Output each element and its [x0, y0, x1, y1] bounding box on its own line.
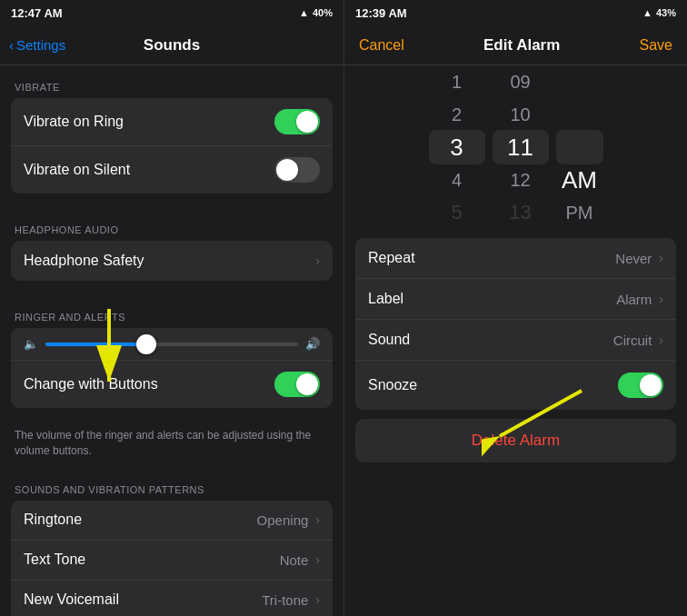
ringtone-label: Ringtone — [24, 512, 82, 528]
vibrate-ring-row[interactable]: Vibrate on Ring — [11, 98, 333, 146]
minute-item-12[interactable]: 12 — [489, 164, 553, 196]
volume-note: The volume of the ringer and alerts can … — [0, 422, 344, 468]
right-time: 12:39 AM — [355, 6, 407, 20]
left-time: 12:47 AM — [11, 6, 63, 20]
new-voicemail-value: Tri-tone › — [262, 592, 320, 608]
alarm-options-group: Repeat Never › Label Alarm › Sound — [355, 238, 676, 410]
volume-slider-track[interactable] — [45, 343, 298, 346]
vibrate-section-header: VIBRATE — [0, 65, 344, 98]
right-status-bar: 12:39 AM ▲ 43% — [344, 0, 687, 25]
snooze-toggle[interactable] — [618, 373, 663, 398]
ringtone-chevron: › — [315, 512, 320, 527]
minute-item-13[interactable]: 13 — [489, 196, 553, 229]
time-picker[interactable]: 12 1 2 3 4 5 6 08 09 10 11 12 13 — [344, 65, 687, 229]
back-button[interactable]: ‹ Settings — [9, 37, 65, 53]
alarm-label-value-text: Alarm — [616, 292, 652, 307]
sound-row[interactable]: Sound Circuit › — [355, 320, 676, 361]
change-buttons-knob — [296, 373, 318, 395]
vibrate-silent-row[interactable]: Vibrate on Silent — [11, 146, 333, 194]
wifi-icon: ▲ — [299, 7, 309, 18]
new-voicemail-row[interactable]: New Voicemail Tri-tone › — [11, 581, 333, 616]
change-buttons-row[interactable]: Change with Buttons — [11, 361, 333, 408]
patterns-section-header: SOUNDS AND VIBRATION PATTERNS — [0, 468, 344, 501]
headphone-section-header: HEADPHONE AUDIO — [0, 208, 344, 241]
left-panel: 12:47 AM ▲ 40% ‹ Settings Sounds VIBRATE… — [0, 0, 344, 616]
right-wifi-icon: ▲ — [642, 7, 652, 18]
volume-low-icon: 🔈 — [24, 337, 38, 351]
headphone-safety-label: Headphone Safety — [24, 253, 144, 269]
left-nav-title: Sounds — [144, 36, 200, 55]
picker-columns: 12 1 2 3 4 5 6 08 09 10 11 12 13 — [425, 65, 607, 229]
snooze-label: Snooze — [368, 377, 417, 393]
delete-alarm-button[interactable]: Delete Alarm — [355, 419, 676, 462]
vibrate-silent-toggle-knob — [276, 159, 298, 181]
volume-slider-fill — [45, 343, 146, 346]
delete-section: Delete Alarm — [355, 419, 676, 462]
alarm-label-row[interactable]: Label Alarm › — [355, 279, 676, 320]
left-status-icons: ▲ 40% — [299, 7, 333, 18]
vibrate-silent-label: Vibrate on Silent — [24, 162, 130, 178]
hour-item-1[interactable]: 1 — [425, 65, 489, 98]
volume-slider-row[interactable]: 🔈 🔊 — [11, 328, 333, 361]
hour-item-4[interactable]: 4 — [425, 164, 489, 196]
ringtone-row[interactable]: Ringtone Opening › — [11, 501, 333, 541]
repeat-chevron: › — [659, 251, 663, 265]
repeat-label: Repeat — [368, 250, 415, 266]
change-buttons-label: Change with Buttons — [24, 376, 158, 392]
sound-label: Sound — [368, 332, 410, 348]
alarm-label-label: Label — [368, 291, 403, 307]
edit-alarm-title: Edit Alarm — [483, 36, 560, 55]
minute-column[interactable]: 08 09 10 11 12 13 14 — [489, 65, 553, 229]
text-tone-value: Note › — [280, 552, 320, 568]
chevron-right-icon: › — [315, 253, 320, 268]
headphone-group: Headphone Safety › — [11, 241, 333, 281]
alarm-settings: Repeat Never › Label Alarm › Sound — [344, 229, 687, 616]
save-button[interactable]: Save — [640, 37, 672, 54]
chevron-left-icon: ‹ — [9, 37, 14, 53]
repeat-value: Never › — [615, 251, 663, 266]
ampm-highlight — [556, 130, 603, 164]
new-voicemail-chevron: › — [315, 592, 320, 607]
text-tone-row[interactable]: Text Tone Note › — [11, 541, 333, 581]
minute-item-11[interactable]: 11 — [489, 131, 553, 164]
volume-high-icon: 🔊 — [305, 337, 320, 351]
repeat-value-text: Never — [615, 251, 652, 266]
volume-slider-thumb[interactable] — [136, 334, 156, 354]
alarm-label-chevron: › — [659, 292, 663, 306]
back-label: Settings — [16, 37, 65, 53]
change-buttons-toggle[interactable] — [274, 372, 320, 397]
ampm-column[interactable]: AM PM — [553, 65, 607, 229]
minute-item-10[interactable]: 10 — [489, 98, 553, 131]
right-battery-label: 43% — [656, 7, 676, 18]
am-item[interactable]: AM — [553, 164, 607, 196]
hour-item-5[interactable]: 5 — [425, 196, 489, 229]
text-tone-value-text: Note — [280, 552, 309, 568]
patterns-group: Ringtone Opening › Text Tone Note › New … — [11, 501, 333, 616]
sound-value-text: Circuit — [613, 333, 652, 348]
hour-column[interactable]: 12 1 2 3 4 5 6 — [425, 65, 489, 229]
pm-item[interactable]: PM — [553, 196, 607, 229]
headphone-safety-row[interactable]: Headphone Safety › — [11, 241, 333, 281]
ringtone-value: Opening › — [257, 512, 320, 528]
new-voicemail-value-text: Tri-tone — [262, 592, 308, 608]
ringer-section-header: RINGER AND ALERTS — [0, 295, 344, 328]
left-nav-bar: ‹ Settings Sounds — [0, 25, 344, 65]
vibrate-ring-toggle[interactable] — [274, 109, 320, 134]
hour-item-2[interactable]: 2 — [425, 98, 489, 131]
text-tone-label: Text Tone — [24, 551, 85, 568]
alarm-label-value: Alarm › — [616, 292, 663, 307]
cancel-button[interactable]: Cancel — [359, 37, 404, 54]
repeat-row[interactable]: Repeat Never › — [355, 238, 676, 279]
vibrate-silent-toggle[interactable] — [274, 157, 320, 183]
vibrate-ring-toggle-knob — [296, 111, 318, 133]
ringtone-value-text: Opening — [257, 512, 309, 528]
vibrate-group: Vibrate on Ring Vibrate on Silent — [11, 98, 333, 194]
ringer-group: 🔈 🔊 Change with Buttons — [11, 328, 333, 408]
headphone-safety-chevron: › — [312, 253, 320, 268]
hour-item-3[interactable]: 3 — [425, 131, 489, 164]
left-status-bar: 12:47 AM ▲ 40% — [0, 0, 344, 25]
right-status-icons: ▲ 43% — [642, 7, 676, 18]
minute-item-09[interactable]: 09 — [489, 65, 553, 98]
snooze-row[interactable]: Snooze — [355, 361, 676, 410]
text-tone-chevron: › — [315, 552, 320, 567]
